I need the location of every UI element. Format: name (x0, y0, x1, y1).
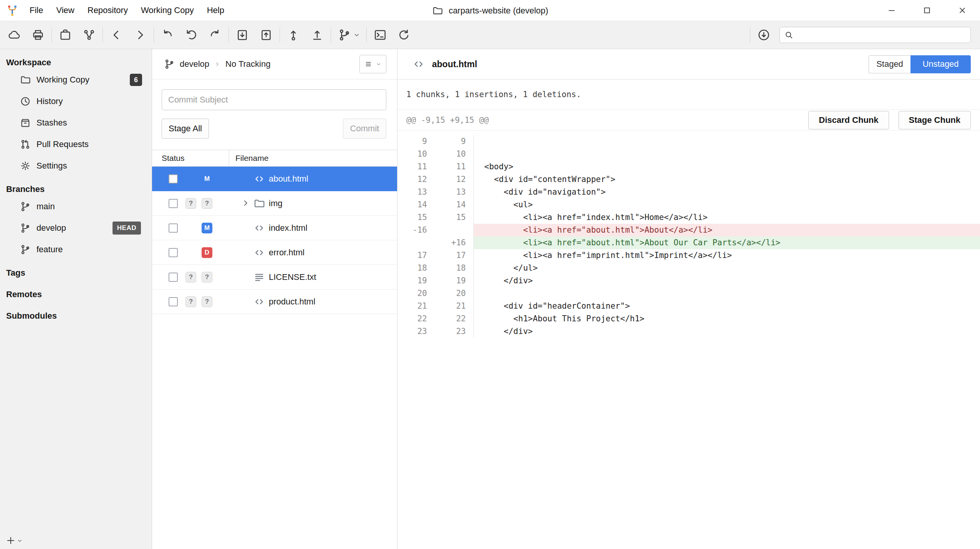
discard-chunk-button[interactable]: Discard Chunk (808, 111, 889, 129)
diff-line[interactable]: 2121 <div id="headerContainer"> (397, 300, 980, 313)
file-row-img[interactable]: ? ? img (152, 191, 397, 216)
file-checkbox[interactable] (169, 273, 178, 282)
new-line-number: 9 (427, 135, 466, 148)
add-repository-button[interactable] (5, 535, 23, 546)
menu-view[interactable]: View (50, 0, 81, 21)
sidebar-item-working-copy[interactable]: Working Copy 6 (0, 69, 152, 91)
diff-line[interactable]: 1515 <li><a href="index.html">Home</a></… (397, 211, 980, 224)
diff-line[interactable]: 1313 <div id="navigation"> (397, 186, 980, 198)
diff-line[interactable]: 1414 <ul> (397, 198, 980, 211)
sidebar-item-pull-requests[interactable]: Pull Requests (0, 134, 152, 155)
terminal-icon[interactable] (368, 24, 392, 46)
sidebar-branch-develop[interactable]: develop HEAD (0, 217, 152, 239)
forward-icon[interactable] (128, 24, 152, 46)
file-row-product[interactable]: ? ? product.html (152, 289, 397, 314)
branches-header[interactable]: Branches (0, 183, 152, 196)
remotes-header[interactable]: Remotes (0, 288, 152, 301)
diff-line[interactable]: 1212 <div id="contentWrapper"> (397, 173, 980, 186)
new-line-number (427, 224, 466, 236)
file-row-error[interactable]: D error.html (152, 240, 397, 265)
current-branch[interactable]: develop (180, 59, 209, 69)
diff-line[interactable]: 2222 <h1>About This Project</h1> (397, 313, 980, 325)
fetch-icon[interactable] (156, 24, 179, 46)
file-row-about[interactable]: M about.html (152, 167, 397, 191)
cloud-icon[interactable] (2, 24, 26, 46)
branch-menu-button[interactable] (333, 24, 365, 46)
fetch-all-icon[interactable] (752, 24, 776, 46)
commit-graph-icon[interactable] (77, 24, 101, 46)
diff-line-deletion[interactable]: -16 <li><a href="about.html">About</a></… (397, 224, 980, 236)
diff-line[interactable]: 1919 </div> (397, 274, 980, 287)
sidebar-branch-main[interactable]: main (0, 196, 152, 217)
back-icon[interactable] (104, 24, 128, 46)
menu-working-copy[interactable]: Working Copy (134, 0, 200, 21)
file-checkbox[interactable] (169, 174, 178, 184)
sidebar-item-stashes[interactable]: Stashes (0, 112, 152, 134)
pull-icon[interactable] (179, 24, 203, 46)
diff-line[interactable]: 1818 </ul> (397, 262, 980, 274)
menu-repository[interactable]: Repository (81, 0, 134, 21)
stage-chunk-button[interactable]: Stage Chunk (899, 111, 971, 129)
clock-icon (19, 96, 32, 107)
menu-file[interactable]: File (23, 0, 50, 21)
checkout-icon[interactable] (281, 24, 305, 46)
file-row-index[interactable]: M index.html (152, 216, 397, 240)
sidebar-item-label: Stashes (36, 118, 67, 128)
minimize-button[interactable] (874, 0, 909, 21)
code-file-icon (253, 246, 265, 259)
tags-header[interactable]: Tags (0, 266, 152, 279)
sidebar-item-settings[interactable]: Settings (0, 155, 152, 177)
branch-label: main (36, 202, 55, 212)
status-badge-untracked: ? (202, 296, 212, 307)
window-controls (874, 0, 980, 21)
file-checkbox[interactable] (169, 199, 178, 208)
file-checkbox[interactable] (169, 248, 178, 257)
tab-unstaged[interactable]: Unstaged (910, 55, 971, 73)
commit-button[interactable]: Commit (343, 119, 386, 139)
submodules-header[interactable]: Submodules (0, 309, 152, 322)
refresh-icon[interactable] (392, 24, 416, 46)
diff-line[interactable]: 99 (397, 135, 980, 148)
file-list-options-button[interactable] (359, 55, 386, 73)
sidebar-branch-feature[interactable]: feature (0, 239, 152, 260)
status-badge-modified: M (202, 174, 212, 184)
sidebar-item-history[interactable]: History (0, 91, 152, 112)
file-checkbox[interactable] (169, 223, 178, 233)
new-line-number: 23 (427, 325, 466, 338)
diff-line[interactable]: 1717 <li><a href="imprint.html">Imprint<… (397, 249, 980, 262)
new-line-number: 12 (427, 173, 466, 186)
expand-chevron-icon[interactable] (241, 198, 251, 208)
stage-all-button[interactable]: Stage All (162, 119, 209, 139)
line-gutter: 1515 (397, 211, 474, 224)
code-text: <div id="headerContainer"> (474, 300, 980, 313)
print-icon[interactable] (26, 24, 50, 46)
pop-stash-icon[interactable] (254, 24, 278, 46)
line-gutter: 1818 (397, 262, 474, 274)
file-checkbox[interactable] (169, 297, 178, 306)
new-line-number: 10 (427, 148, 466, 160)
tab-staged[interactable]: Staged (869, 55, 910, 73)
open-repository-icon[interactable] (53, 24, 77, 46)
old-line-number: 11 (397, 160, 427, 173)
diff-line[interactable]: 1111<body> (397, 160, 980, 173)
commit-subject-input[interactable] (162, 89, 386, 110)
file-row-license[interactable]: ? ? LICENSE.txt (152, 265, 397, 289)
window-title-text: carparts-website (develop) (449, 6, 548, 16)
diff-line[interactable]: 2323 </div> (397, 325, 980, 338)
maximize-button[interactable] (909, 0, 945, 21)
menu-help[interactable]: Help (200, 0, 231, 21)
chevron-down-icon (17, 538, 23, 544)
file-table-header: Status Filename (152, 150, 397, 167)
stash-icon[interactable] (230, 24, 254, 46)
old-line-number: 14 (397, 198, 427, 211)
diff-line-addition[interactable]: +16 <li><a href="about.html">About Our C… (397, 236, 980, 249)
cherry-pick-icon[interactable] (305, 24, 329, 46)
tracking-status[interactable]: No Tracking (225, 59, 270, 69)
push-icon[interactable] (203, 24, 227, 46)
diff-line[interactable]: 2020 (397, 287, 980, 300)
close-button[interactable] (945, 0, 980, 21)
code-text: <ul> (474, 198, 980, 211)
search-input[interactable] (798, 30, 967, 40)
code-text: </ul> (474, 262, 980, 274)
diff-line[interactable]: 1010 (397, 148, 980, 160)
